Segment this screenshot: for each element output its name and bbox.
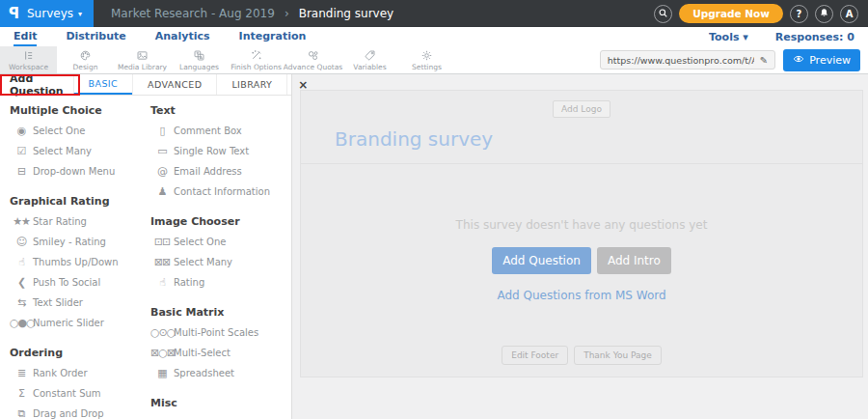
tool-label: Variables <box>353 63 386 71</box>
finish-icon <box>250 49 262 62</box>
star-rating-icon: ★★ <box>10 215 33 228</box>
tool-advance-quotas[interactable]: Advance Quotas <box>285 46 341 73</box>
add-question-panel: Add Question BASICADVANCEDLIBRARY × Mult… <box>0 74 292 419</box>
chevron-down-icon: ▾ <box>78 10 82 18</box>
question-type-spreadsheet[interactable]: ▦Spreadsheet <box>150 363 291 383</box>
question-type-rank-order[interactable]: ≣Rank Order <box>10 363 150 383</box>
question-type-numeric-slider[interactable]: ○●○Numeric Slider <box>10 313 150 333</box>
help-icon: ? <box>797 9 802 19</box>
panel-tabs: BASICADVANCEDLIBRARY <box>73 74 287 95</box>
question-type-image-select-one[interactable]: ⊡⊡Select One <box>150 232 291 252</box>
tool-settings[interactable]: Settings <box>398 46 455 73</box>
question-type-label: Select One <box>174 237 226 247</box>
question-type-date-time[interactable]: ▤Date / Time <box>150 413 291 419</box>
eye-icon <box>793 53 804 68</box>
question-type-constant-sum[interactable]: ΣConstant Sum <box>10 383 150 404</box>
media-icon <box>136 49 149 62</box>
question-type-list: Multiple Choice◉Select One☑Select Many⊟D… <box>0 96 291 419</box>
panel-tab-library[interactable]: LIBRARY <box>216 74 286 95</box>
question-type-drag-and-drop[interactable]: ⧉Drag and Drop <box>10 404 150 419</box>
question-type-smiley-rating[interactable]: ☺Smiley - Rating <box>10 232 150 252</box>
preview-button[interactable]: Preview <box>783 49 860 71</box>
smiley-rating-icon: ☺ <box>10 236 33 248</box>
multi-point-scales-icon: ○⊙○ <box>150 326 174 339</box>
tool-languages[interactable]: Languages <box>171 46 228 73</box>
menu-tab-edit[interactable]: Edit <box>14 27 37 46</box>
close-panel-button[interactable]: × <box>286 74 318 95</box>
edit-url-icon[interactable]: ✎ <box>760 55 768 66</box>
question-type-push-to-social[interactable]: ❮Push To Social <box>10 272 150 293</box>
question-type-multi-select[interactable]: ⊠○⊠Multi-Select <box>150 343 291 363</box>
top-bar: P Surveys ▾ Market Research - Aug 2019 ›… <box>0 0 868 27</box>
thumbs-up-down-icon: ☝ <box>10 256 33 268</box>
menu-tab-distribute[interactable]: Distribute <box>66 27 125 46</box>
question-type-thumbs-up-down[interactable]: ☝Thumbs Up/Down <box>10 252 150 272</box>
tools-menu[interactable]: Tools ▾ <box>709 31 748 43</box>
languages-icon <box>193 49 205 62</box>
edit-footer-button[interactable]: Edit Footer <box>502 346 568 365</box>
quotas-icon <box>307 49 319 62</box>
upgrade-now-button[interactable]: Upgrade Now <box>679 4 783 23</box>
add-logo-button[interactable]: Add Logo <box>553 100 610 118</box>
section-title-image-chooser: Image Chooser <box>150 215 291 228</box>
thank-you-page-button[interactable]: Thank You Page <box>574 346 662 365</box>
question-type-label: Email Address <box>174 166 242 177</box>
question-type-label: Spreadsheet <box>174 368 234 378</box>
question-type-text-slider[interactable]: ⇆Text Slider <box>10 293 150 313</box>
canvas-add-question-button[interactable]: Add Question <box>492 247 591 274</box>
add-from-ms-word-link[interactable]: Add Questions from MS Word <box>497 289 665 302</box>
question-type-label: Push To Social <box>33 277 100 288</box>
survey-url-field[interactable]: https://www.questionpro.com/t/APNrFZ ✎ <box>600 50 775 70</box>
responses-count[interactable]: Responses: 0 <box>775 31 854 43</box>
avatar[interactable]: A <box>840 5 858 23</box>
tool-media-library[interactable]: Media Library <box>114 46 171 73</box>
menubar-tabs: EditDistributeAnalyticsIntegration <box>14 27 306 46</box>
question-type-label: Rating <box>174 277 204 288</box>
add-intro-button[interactable]: Add Intro <box>597 247 671 274</box>
close-icon: × <box>298 78 308 92</box>
tool-workspace[interactable]: Workspace <box>0 46 57 73</box>
tool-variables[interactable]: Variables <box>341 46 398 73</box>
section-title-ordering: Ordering <box>10 347 150 359</box>
question-type-multi-point-scales[interactable]: ○⊙○Multi-Point Scales <box>150 322 291 343</box>
tool-design[interactable]: Design <box>57 46 114 73</box>
tool-finish-options[interactable]: Finish Options <box>228 46 285 73</box>
page-title: Branding survey <box>299 7 394 20</box>
question-type-email-address[interactable]: @Email Address <box>150 161 291 182</box>
question-type-select-many[interactable]: ☑Select Many <box>10 141 150 161</box>
question-type-select-one[interactable]: ◉Select One <box>10 121 150 141</box>
question-type-image-rating[interactable]: ☝Rating <box>150 272 291 293</box>
spreadsheet-icon: ▦ <box>150 367 174 379</box>
help-button[interactable]: ? <box>790 5 808 23</box>
add-question-button[interactable]: Add Question <box>0 74 73 95</box>
push-to-social-icon: ❮ <box>10 276 33 289</box>
question-type-image-select-many[interactable]: ⊠⊠Select Many <box>150 252 291 272</box>
question-type-comment-box[interactable]: ▯Comment Box <box>150 121 291 141</box>
question-type-contact-information[interactable]: ♟Contact Information <box>150 182 291 202</box>
empty-state-text: This survey doesn't have any questions y… <box>301 218 862 232</box>
notifications-button[interactable] <box>815 5 833 23</box>
empty-state: This survey doesn't have any questions y… <box>301 218 862 303</box>
search-icon <box>658 8 668 20</box>
menu-tab-integration[interactable]: Integration <box>239 27 307 46</box>
question-type-drop-down-menu[interactable]: ⊟Drop-down Menu <box>10 161 150 182</box>
tool-label: Design <box>73 63 98 71</box>
question-type-star-rating[interactable]: ★★Star Rating <box>10 211 150 232</box>
workspace-toolbar: WorkspaceDesignMedia LibraryLanguagesFin… <box>0 46 868 74</box>
search-button[interactable] <box>654 5 672 23</box>
surveys-product-switcher[interactable]: P Surveys ▾ <box>0 0 94 27</box>
survey-title[interactable]: Branding survey <box>335 127 862 151</box>
question-type-label: Multi-Point Scales <box>174 327 258 338</box>
panel-tab-advanced[interactable]: ADVANCED <box>132 74 216 95</box>
menu-tab-analytics[interactable]: Analytics <box>155 27 210 46</box>
section-title-text: Text <box>150 104 291 117</box>
question-type-label: Drag and Drop <box>33 408 104 419</box>
tool-label: Settings <box>412 63 442 71</box>
question-type-label: Text Slider <box>33 297 83 308</box>
question-type-label: Star Rating <box>33 216 87 227</box>
canvas-footer: Edit Footer Thank You Page <box>301 346 862 377</box>
question-type-single-row-text[interactable]: ▭Single Row Text <box>150 141 291 161</box>
breadcrumb-folder[interactable]: Market Research - Aug 2019 <box>111 7 275 20</box>
panel-tab-basic[interactable]: BASIC <box>73 74 132 95</box>
menu-bar: EditDistributeAnalyticsIntegration Tools… <box>0 27 868 46</box>
